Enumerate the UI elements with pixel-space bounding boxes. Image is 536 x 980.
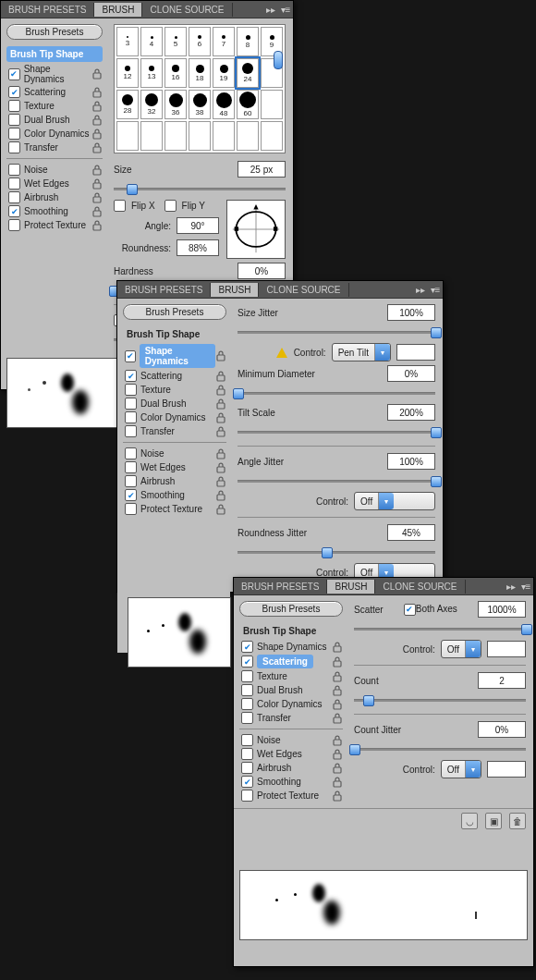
option-checkbox[interactable] xyxy=(125,398,137,410)
option-checkbox[interactable] xyxy=(8,219,20,231)
option-checkbox[interactable] xyxy=(241,712,253,724)
brush-cell[interactable]: 38 xyxy=(189,90,211,119)
lock-icon[interactable] xyxy=(215,462,226,473)
lock-icon[interactable] xyxy=(215,490,226,501)
angle-jitter-slider[interactable] xyxy=(238,475,435,486)
option-checkbox[interactable] xyxy=(125,384,137,396)
count-jitter-field[interactable]: 0% xyxy=(478,721,526,738)
brush-cell[interactable]: 6 xyxy=(189,27,211,56)
lock-icon[interactable] xyxy=(332,735,343,746)
option-checkbox[interactable] xyxy=(241,734,253,746)
lock-icon[interactable] xyxy=(332,763,343,774)
option-checkbox[interactable] xyxy=(125,370,137,382)
option-checkbox[interactable] xyxy=(125,489,137,501)
option-checkbox[interactable] xyxy=(8,128,20,140)
panel-menu-icon[interactable]: ▾≡ xyxy=(278,2,293,17)
lock-icon[interactable] xyxy=(215,371,226,382)
option-checkbox[interactable] xyxy=(125,425,137,437)
option-checkbox[interactable] xyxy=(125,475,137,487)
tab-clone-source[interactable]: CLONE SOURCE xyxy=(142,3,232,17)
brush-cell[interactable] xyxy=(140,121,163,151)
panel-menu-icon[interactable]: ▾≡ xyxy=(518,579,533,594)
option-smoothing[interactable]: Smoothing xyxy=(239,775,343,789)
lock-icon[interactable] xyxy=(91,142,103,153)
section-brush-tip-shape[interactable]: Brush Tip Shape xyxy=(123,326,226,342)
scatter-control-field[interactable] xyxy=(487,641,526,657)
option-color-dynamics[interactable]: Color Dynamics xyxy=(123,410,226,424)
option-shape-dynamics[interactable]: Shape Dynamics xyxy=(239,640,343,654)
lock-icon[interactable] xyxy=(91,206,103,217)
count-field[interactable]: 2 xyxy=(478,672,526,689)
section-brush-tip-shape[interactable]: Brush Tip Shape xyxy=(6,46,103,62)
option-checkbox[interactable] xyxy=(8,178,20,190)
option-checkbox[interactable] xyxy=(241,790,253,802)
option-checkbox[interactable] xyxy=(125,411,137,423)
option-wet-edges[interactable]: Wet Edges xyxy=(6,177,103,190)
lock-icon[interactable] xyxy=(332,671,343,682)
brush-presets-button[interactable]: Brush Presets xyxy=(6,24,103,40)
count-jitter-control-field[interactable] xyxy=(487,761,526,778)
option-checkbox[interactable] xyxy=(241,670,253,682)
hardness-field[interactable]: 0% xyxy=(238,263,286,279)
lock-icon[interactable] xyxy=(332,642,343,653)
tilt-scale-slider[interactable] xyxy=(238,426,435,437)
lock-icon[interactable] xyxy=(215,426,226,437)
scatter-field[interactable]: 1000% xyxy=(478,601,526,618)
option-texture[interactable]: Texture xyxy=(123,383,226,397)
min-diameter-field[interactable]: 0% xyxy=(387,365,435,382)
option-shape-dynamics[interactable]: Shape Dynamics xyxy=(6,63,103,85)
option-protect-texture[interactable]: Protect Texture xyxy=(123,502,226,516)
brush-cell[interactable]: 13 xyxy=(140,58,163,88)
panel-menu-icon[interactable]: ▾≡ xyxy=(428,282,443,297)
option-scattering[interactable]: Scattering xyxy=(6,85,103,99)
lock-icon[interactable] xyxy=(332,790,343,802)
brush-cell[interactable]: 4 xyxy=(140,27,163,56)
size-slider[interactable] xyxy=(114,183,286,194)
option-checkbox[interactable] xyxy=(8,100,20,112)
lock-icon[interactable] xyxy=(91,115,103,126)
brush-cell[interactable] xyxy=(237,121,259,151)
option-checkbox[interactable] xyxy=(8,205,20,217)
both-axes-checkbox[interactable] xyxy=(404,604,416,616)
roundness-field[interactable]: 88% xyxy=(177,239,219,256)
option-color-dynamics[interactable]: Color Dynamics xyxy=(239,697,343,711)
tab-brush-presets[interactable]: BRUSH PRESETS xyxy=(117,283,211,297)
option-checkbox[interactable] xyxy=(241,684,253,696)
tilt-scale-field[interactable]: 200% xyxy=(387,404,435,421)
option-checkbox[interactable] xyxy=(8,164,20,176)
lock-icon[interactable] xyxy=(332,699,343,710)
option-airbrush[interactable]: Airbrush xyxy=(6,190,103,204)
brush-presets-button[interactable]: Brush Presets xyxy=(123,304,226,320)
option-protect-texture[interactable]: Protect Texture xyxy=(6,218,103,232)
trash-icon[interactable]: 🗑 xyxy=(509,813,526,829)
brush-cell[interactable] xyxy=(116,121,139,151)
option-noise[interactable]: Noise xyxy=(123,447,226,460)
option-checkbox[interactable] xyxy=(241,655,253,668)
option-color-dynamics[interactable]: Color Dynamics xyxy=(6,127,103,141)
brush-cell[interactable]: 5 xyxy=(164,27,187,56)
lock-icon[interactable] xyxy=(91,165,103,176)
option-transfer[interactable]: Transfer xyxy=(239,711,343,725)
min-diameter-slider[interactable] xyxy=(238,387,435,398)
brush-cell[interactable]: 3 xyxy=(116,27,139,56)
brush-cell[interactable] xyxy=(261,121,283,151)
option-checkbox[interactable] xyxy=(8,114,20,126)
new-preset-icon[interactable]: ▣ xyxy=(485,813,502,829)
brush-cell[interactable]: 18 xyxy=(189,58,211,88)
option-dual-brush[interactable]: Dual Brush xyxy=(6,113,103,127)
option-noise[interactable]: Noise xyxy=(6,163,103,177)
option-texture[interactable]: Texture xyxy=(6,99,103,113)
lock-icon[interactable] xyxy=(215,448,226,459)
lock-icon[interactable] xyxy=(91,129,103,140)
angle-field[interactable]: 90° xyxy=(177,217,219,234)
lock-icon[interactable] xyxy=(91,68,103,80)
toggle-preview-icon[interactable]: ◡ xyxy=(461,813,478,829)
angle-control-select[interactable]: Off▾ xyxy=(354,492,435,510)
brush-preset-grid[interactable]: 3456789121316181924283236384860 xyxy=(114,24,286,153)
tab-brush[interactable]: BRUSH xyxy=(211,283,259,297)
count-slider[interactable] xyxy=(354,694,526,705)
roundness-jitter-slider[interactable] xyxy=(238,546,435,557)
brush-cell[interactable]: 60 xyxy=(237,90,259,119)
option-checkbox[interactable] xyxy=(125,447,137,459)
lock-icon[interactable] xyxy=(332,777,343,788)
